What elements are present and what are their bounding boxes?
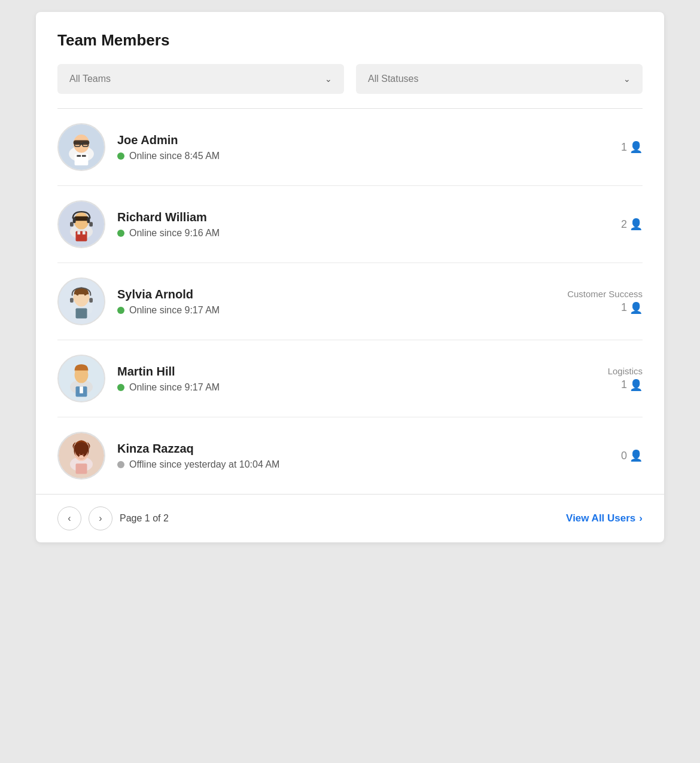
team-members-card: Team Members All Teams ⌄ All Statuses ⌄ — [36, 12, 664, 542]
statuses-filter[interactable]: All Statuses ⌄ — [356, 64, 643, 94]
svg-point-41 — [79, 454, 80, 455]
member-meta: 2 👤 — [621, 218, 643, 231]
view-all-users-button[interactable]: View All Users › — [566, 512, 643, 524]
member-meta: 1 👤 — [621, 141, 643, 154]
person-icon: 👤 — [629, 218, 643, 231]
member-count: 1 👤 — [621, 301, 643, 315]
filters-row: All Teams ⌄ All Statuses ⌄ — [36, 64, 664, 108]
svg-rect-38 — [76, 463, 87, 474]
count-number: 1 — [621, 379, 627, 391]
list-item[interactable]: Joe Admin Online since 8:45 AM 1 👤 — [57, 109, 643, 186]
avatar — [57, 432, 105, 480]
svg-rect-33 — [80, 386, 83, 393]
svg-rect-28 — [70, 298, 74, 303]
svg-point-18 — [79, 225, 84, 228]
status-dot — [117, 307, 124, 314]
member-info: Richard William Online since 9:16 AM — [117, 210, 609, 239]
view-all-chevron: › — [639, 512, 643, 524]
member-meta: Logistics 1 👤 — [608, 366, 643, 392]
list-item[interactable]: Sylvia Arnold Online since 9:17 AM Custo… — [57, 263, 643, 340]
status-text: Online since 9:16 AM — [129, 228, 220, 239]
person-icon: 👤 — [629, 449, 643, 462]
view-all-label: View All Users — [566, 512, 635, 524]
statuses-filter-label: All Statuses — [368, 74, 418, 84]
avatar — [57, 123, 105, 171]
status-text: Offline since yesterday at 10:04 AM — [129, 459, 279, 470]
member-info: Martin Hill Online since 9:17 AM — [117, 365, 596, 393]
member-count: 1 👤 — [621, 141, 643, 154]
svg-point-40 — [79, 455, 84, 459]
count-number: 0 — [621, 450, 627, 462]
member-meta: 0 👤 — [621, 449, 643, 462]
svg-point-27 — [79, 302, 84, 306]
list-item[interactable]: Kinza Razzaq Offline since yesterday at … — [57, 417, 643, 494]
svg-rect-14 — [77, 231, 80, 234]
avatar — [57, 355, 105, 402]
list-item[interactable]: Richard William Online since 9:16 AM 2 👤 — [57, 186, 643, 263]
member-count: 0 👤 — [621, 449, 643, 462]
svg-rect-17 — [74, 216, 89, 221]
svg-point-10 — [78, 147, 84, 151]
person-icon: 👤 — [629, 379, 643, 392]
member-name: Kinza Razzaq — [117, 442, 609, 456]
svg-rect-3 — [77, 155, 81, 157]
status-dot — [117, 230, 124, 237]
member-meta: Customer Success 1 👤 — [567, 289, 643, 315]
svg-rect-29 — [89, 298, 93, 303]
status-text: Online since 9:17 AM — [129, 382, 220, 393]
status-text: Online since 9:17 AM — [129, 305, 220, 316]
list-item[interactable]: Martin Hill Online since 9:17 AM Logisti… — [57, 340, 643, 417]
member-info: Joe Admin Online since 8:45 AM — [117, 133, 609, 161]
member-name: Sylvia Arnold — [117, 288, 555, 301]
member-status: Online since 9:17 AM — [117, 382, 596, 393]
status-dot — [117, 152, 124, 160]
page-title: Team Members — [57, 31, 643, 50]
member-status: Online since 9:17 AM — [117, 305, 555, 316]
svg-rect-2 — [75, 154, 89, 165]
page-info: Page 1 of 2 — [120, 513, 169, 524]
member-name: Martin Hill — [117, 365, 596, 379]
person-icon: 👤 — [629, 141, 643, 154]
card-footer: ‹ › Page 1 of 2 View All Users › — [36, 494, 664, 542]
member-list: Joe Admin Online since 8:45 AM 1 👤 — [36, 109, 664, 494]
pagination: ‹ › Page 1 of 2 — [57, 506, 169, 530]
statuses-filter-chevron: ⌄ — [623, 74, 631, 84]
member-info: Kinza Razzaq Offline since yesterday at … — [117, 442, 609, 470]
member-status: Online since 9:16 AM — [117, 228, 609, 239]
member-status: Online since 8:45 AM — [117, 151, 609, 161]
count-number: 1 — [621, 301, 627, 314]
avatar — [57, 277, 105, 325]
member-name: Joe Admin — [117, 133, 609, 147]
svg-rect-15 — [83, 231, 86, 234]
status-dot — [117, 461, 124, 468]
svg-rect-25 — [76, 308, 87, 318]
team-label: Logistics — [608, 366, 643, 376]
member-name: Richard William — [117, 210, 609, 224]
team-label: Customer Success — [567, 289, 643, 299]
svg-rect-21 — [70, 222, 74, 227]
count-number: 2 — [621, 218, 627, 231]
count-number: 1 — [621, 141, 627, 154]
card-header: Team Members — [36, 12, 664, 64]
svg-point-35 — [79, 378, 84, 382]
member-count: 2 👤 — [621, 218, 643, 231]
status-dot — [117, 384, 124, 391]
svg-rect-4 — [82, 155, 86, 157]
member-status: Offline since yesterday at 10:04 AM — [117, 459, 609, 470]
person-icon: 👤 — [629, 301, 643, 315]
svg-rect-22 — [89, 222, 93, 227]
member-count: 1 👤 — [621, 379, 643, 392]
prev-page-button[interactable]: ‹ — [57, 506, 81, 530]
teams-filter[interactable]: All Teams ⌄ — [57, 64, 344, 94]
teams-filter-chevron: ⌄ — [325, 74, 332, 84]
status-text: Online since 8:45 AM — [129, 151, 220, 161]
member-info: Sylvia Arnold Online since 9:17 AM — [117, 288, 555, 316]
next-page-button[interactable]: › — [89, 506, 112, 530]
teams-filter-label: All Teams — [69, 74, 111, 84]
avatar — [57, 200, 105, 248]
svg-point-42 — [83, 454, 84, 455]
